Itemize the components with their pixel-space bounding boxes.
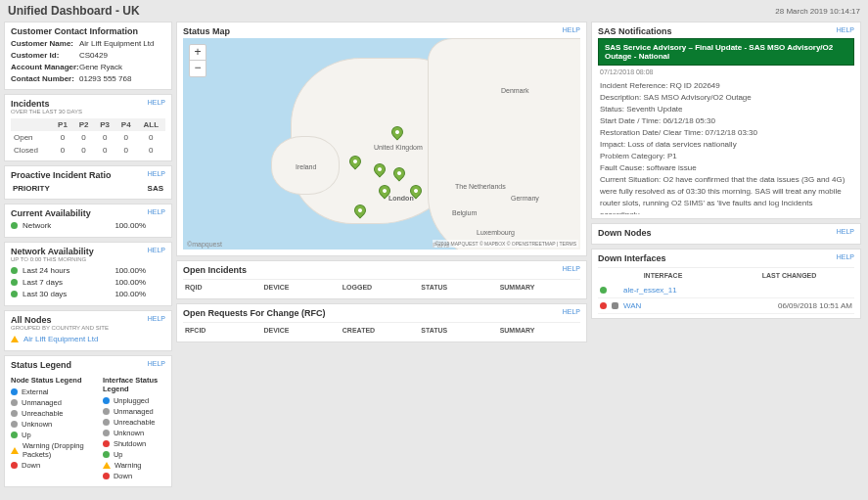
- status-dot-icon: [11, 267, 18, 274]
- status-dot-icon: [103, 451, 110, 458]
- map[interactable]: United Kingdom Ireland The Netherlands B…: [183, 38, 580, 250]
- help-link[interactable]: HELP: [148, 208, 165, 215]
- help-link[interactable]: HELP: [148, 315, 165, 322]
- status-dot-icon: [103, 473, 110, 479]
- incidents-panel: HELP Incidents OVER THE LAST 30 DAYS P1P…: [4, 94, 172, 161]
- help-link[interactable]: HELP: [837, 253, 854, 260]
- status-dot-icon: [600, 302, 607, 309]
- notification-banner[interactable]: SAS Service Advisory – Final Update - SA…: [598, 38, 854, 66]
- help-link[interactable]: HELP: [148, 360, 165, 367]
- status-dot-icon: [600, 287, 607, 294]
- contact-title: Customer Contact Information: [11, 26, 165, 36]
- open-incidents-panel: HELP Open Incidents RQIDDEVICELOGGEDSTAT…: [176, 260, 587, 299]
- warning-icon: [11, 336, 19, 342]
- help-link[interactable]: HELP: [563, 26, 580, 33]
- status-dot-icon: [11, 462, 18, 469]
- rfc-panel: HELP Open Requests For Change (RFC) RFCI…: [176, 303, 587, 342]
- current-availability-panel: HELP Current Availability Network100.00%: [4, 204, 172, 238]
- help-link[interactable]: HELP: [148, 170, 165, 177]
- status-dot-icon: [103, 397, 110, 404]
- map-zoom-controls: + −: [189, 44, 206, 77]
- down-nodes-panel: HELP Down Nodes: [591, 223, 861, 245]
- mapquest-logo: ©mapquest: [187, 241, 222, 248]
- incidents-table: P1P2P3P4ALL Open00000 Closed00000: [11, 118, 165, 157]
- status-dot-icon: [11, 291, 18, 297]
- proactive-panel: HELP Proactive Incident Ratio PRIORITYSA…: [4, 165, 172, 200]
- network-availability-panel: HELP Network Availability UP TO 0:00 THI…: [4, 242, 172, 306]
- map-attribution: ©2019 MAPQUEST © MAPBOX © OPENSTREETMAP …: [433, 240, 578, 248]
- down-interfaces-panel: HELP Down Interfaces INTERFACELAST CHANG…: [591, 249, 861, 319]
- zoom-in-button[interactable]: +: [190, 45, 206, 61]
- status-dot-icon: [11, 279, 18, 286]
- zoom-out-button[interactable]: −: [190, 61, 206, 76]
- timestamp: 28 March 2019 10:14:17: [775, 7, 860, 16]
- interface-icon: [612, 302, 618, 309]
- help-link[interactable]: HELP: [148, 247, 165, 253]
- help-link[interactable]: HELP: [563, 308, 580, 315]
- status-dot-icon: [11, 421, 18, 428]
- status-dot-icon: [103, 430, 110, 436]
- notifications-panel: HELP SAS Notifications SAS Service Advis…: [591, 22, 861, 219]
- warning-icon: [103, 462, 111, 469]
- status-dot-icon: [11, 432, 18, 438]
- interface-row[interactable]: WAN06/09/2018 10:51 AM: [598, 298, 854, 314]
- status-dot-icon: [11, 410, 18, 417]
- status-dot-icon: [103, 408, 110, 415]
- page-title: Unified Dashboard - UK: [8, 4, 140, 18]
- status-dot-icon: [11, 388, 18, 395]
- all-nodes-panel: HELP All Nodes GROUPED BY COUNTRY AND SI…: [4, 310, 172, 351]
- status-dot-icon: [103, 440, 110, 447]
- help-link[interactable]: HELP: [837, 26, 854, 33]
- status-map-panel: HELP Status Map United Kingdom Ireland T…: [176, 22, 587, 256]
- help-link[interactable]: HELP: [148, 99, 165, 106]
- help-link[interactable]: HELP: [837, 228, 854, 235]
- warning-icon: [11, 447, 19, 454]
- interface-row[interactable]: ale-r_essex_11: [598, 283, 854, 298]
- status-dot-icon: [11, 399, 18, 406]
- status-dot-icon: [11, 222, 18, 229]
- status-dot-icon: [103, 419, 110, 426]
- status-legend-panel: HELP Status Legend Node Status Legend Ex…: [4, 355, 172, 487]
- help-link[interactable]: HELP: [563, 265, 580, 272]
- contact-panel: Customer Contact Information Customer Na…: [4, 22, 172, 90]
- node-item[interactable]: Air Lift Equipment Ltd: [11, 335, 165, 343]
